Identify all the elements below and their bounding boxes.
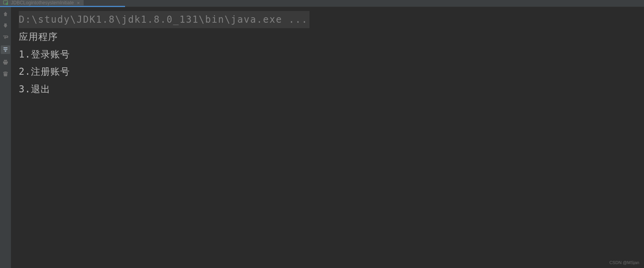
tab-bar: JDBCLogintothesystemInitiate × (0, 0, 644, 7)
scroll-to-end-icon[interactable] (1, 45, 10, 54)
console-output[interactable]: D:\study\JDK1.8\jdk1.8.0_131\bin\java.ex… (11, 7, 644, 268)
up-arrow-icon[interactable] (2, 10, 9, 17)
watermark: CSDN @MSjan (609, 260, 639, 265)
main-area: D:\study\JDK1.8\jdk1.8.0_131\bin\java.ex… (0, 7, 644, 268)
print-icon[interactable] (2, 59, 9, 66)
command-line: D:\study\JDK1.8\jdk1.8.0_131\bin\java.ex… (19, 11, 636, 28)
output-line: 2.注册账号 (19, 63, 636, 80)
output-line: 应用程序 (19, 28, 636, 45)
output-line: 3.退出 (19, 81, 636, 98)
output-line: 1.登录账号 (19, 46, 636, 63)
run-config-icon (3, 0, 9, 5)
active-tab-indicator (0, 6, 125, 7)
run-tab[interactable]: JDBCLogintothesystemInitiate × (0, 0, 84, 5)
down-arrow-icon[interactable] (2, 22, 9, 29)
tab-label: JDBCLogintothesystemInitiate (11, 0, 74, 5)
trash-icon[interactable] (2, 70, 9, 77)
close-icon[interactable]: × (76, 0, 81, 6)
gutter-toolbar (0, 7, 11, 268)
soft-wrap-icon[interactable] (2, 34, 9, 41)
